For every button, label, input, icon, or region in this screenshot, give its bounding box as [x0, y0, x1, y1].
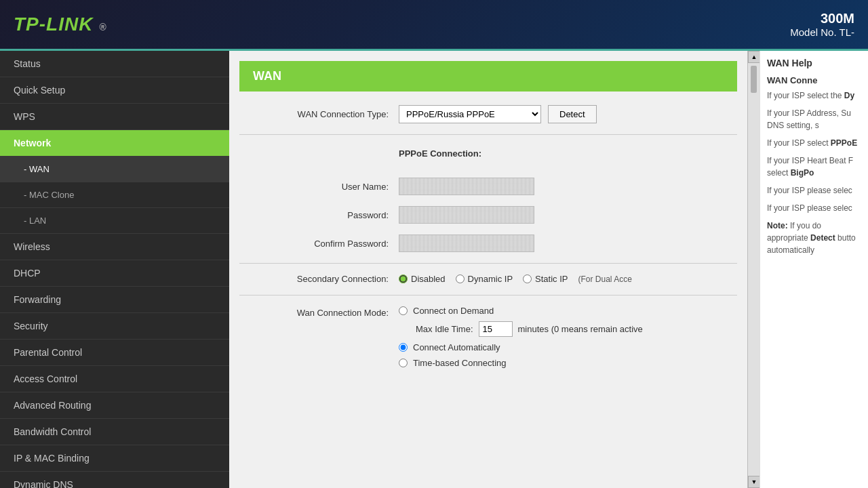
secondary-disabled-option[interactable]: Disabled — [399, 274, 446, 284]
sidebar-item-quick-setup[interactable]: Quick Setup — [0, 77, 229, 104]
sidebar-item-parental-control[interactable]: Parental Control — [0, 340, 229, 366]
help-paragraph-1: If your ISP select the Dy — [767, 89, 861, 102]
sidebar-item-security[interactable]: Security — [0, 313, 229, 340]
sidebar-item-network[interactable]: Network — [0, 130, 229, 157]
model-info: 300M Model No. TL- — [790, 11, 854, 38]
wan-connection-type-section: WAN Connection Type: PPPoE/Russia PPPoED… — [229, 105, 747, 123]
wan-connection-type-row: WAN Connection Type: PPPoE/Russia PPPoED… — [250, 105, 727, 123]
logo: TP-LINK ® — [14, 14, 107, 35]
divider-3 — [239, 295, 737, 296]
sidebar-item-wireless[interactable]: Wireless — [0, 234, 229, 260]
logo-text: TP-LINK — [14, 14, 93, 35]
sidebar-item-mac-clone[interactable]: - MAC Clone — [0, 182, 229, 208]
connect-automatically-label: Connect Automatically — [413, 342, 500, 352]
help-panel: WAN Help WAN Conne If your ISP select th… — [760, 51, 868, 488]
username-label: User Name: — [250, 182, 399, 192]
secondary-disabled-label: Disabled — [411, 274, 446, 284]
model-number: Model No. TL- — [790, 26, 854, 38]
content-area: WAN WAN Connection Type: PPPoE/Russia PP… — [229, 51, 747, 488]
help-paragraph-5: If your ISP please selec — [767, 184, 861, 197]
connect-automatically-radio[interactable] — [399, 343, 408, 352]
sidebar-item-dynamic-dns[interactable]: Dynamic DNS — [0, 472, 229, 488]
secondary-connection-options: Disabled Dynamic IP Static IP (For Dual … — [399, 274, 632, 284]
scroll-up-button[interactable]: ▲ — [748, 51, 760, 63]
scroll-thumb[interactable] — [751, 66, 757, 93]
password-row: Password: — [250, 206, 727, 224]
wan-connection-mode-row: Wan Connection Mode: Connect on Demand M… — [250, 306, 727, 368]
help-paragraph-4: If your ISP Heart Beat F select BigPo — [767, 155, 861, 179]
secondary-static-radio[interactable] — [523, 274, 532, 283]
secondary-static-option[interactable]: Static IP — [523, 274, 568, 284]
sidebar-item-lan[interactable]: - LAN — [0, 208, 229, 234]
secondary-connection-section: Secondary Connection: Disabled Dynamic I… — [229, 274, 747, 284]
help-subtitle: WAN Conne — [767, 75, 861, 85]
time-based-connecting-option[interactable]: Time-based Connecting — [399, 358, 643, 368]
connect-automatically-option[interactable]: Connect Automatically — [399, 342, 643, 352]
help-paragraph-6: If your ISP please selec — [767, 202, 861, 214]
max-idle-time-label: Max Idle Time: — [416, 324, 473, 334]
sidebar-item-wan[interactable]: - WAN — [0, 157, 229, 182]
max-idle-time-input[interactable] — [479, 321, 513, 337]
secondary-static-label: Static IP — [535, 274, 568, 284]
sidebar-item-advanced-routing[interactable]: Advanced Routing — [0, 392, 229, 419]
time-based-radio[interactable] — [399, 359, 408, 367]
wan-connection-mode-label: Wan Connection Mode: — [250, 306, 399, 318]
wan-connection-controls: PPPoE/Russia PPPoEDynamic IPStatic IPL2T… — [399, 105, 597, 123]
time-based-label: Time-based Connecting — [413, 358, 507, 368]
pppoe-section: PPPoE Connection: User Name: Password: C… — [229, 145, 747, 252]
pppoe-connection-header: PPPoE Connection: — [399, 148, 481, 159]
sidebar-item-wps[interactable]: WPS — [0, 104, 229, 130]
pppoe-header-row: PPPoE Connection: — [250, 145, 727, 167]
confirm-password-input[interactable] — [399, 235, 534, 252]
main-layout: StatusQuick SetupWPSNetwork- WAN- MAC Cl… — [0, 51, 868, 488]
wan-connection-type-select[interactable]: PPPoE/Russia PPPoEDynamic IPStatic IPL2T… — [399, 105, 541, 123]
page-title: WAN — [239, 61, 737, 92]
secondary-disabled-radio[interactable] — [399, 274, 408, 283]
connect-on-demand-radio[interactable] — [399, 306, 408, 315]
sidebar-item-access-control[interactable]: Access Control — [0, 366, 229, 392]
divider-2 — [239, 263, 737, 264]
model-speed: 300M — [790, 11, 854, 26]
scroll-down-button[interactable]: ▼ — [748, 476, 760, 488]
idle-time-row: Max Idle Time: minutes (0 means remain a… — [399, 321, 643, 337]
password-input[interactable] — [399, 206, 534, 224]
secondary-dynamic-radio[interactable] — [456, 274, 465, 283]
scrollbar[interactable]: ▲ ▼ — [747, 51, 760, 488]
secondary-connection-row: Secondary Connection: Disabled Dynamic I… — [250, 274, 727, 284]
max-idle-time-note: minutes (0 means remain active — [518, 324, 643, 334]
help-title: WAN Help — [767, 58, 861, 68]
sidebar-item-forwarding[interactable]: Forwarding — [0, 287, 229, 313]
secondary-dynamic-label: Dynamic IP — [468, 274, 513, 284]
secondary-dynamic-option[interactable]: Dynamic IP — [456, 274, 513, 284]
sidebar-item-status[interactable]: Status — [0, 51, 229, 77]
confirm-password-label: Confirm Password: — [250, 239, 399, 249]
connect-on-demand-option[interactable]: Connect on Demand — [399, 306, 643, 316]
username-row: User Name: — [250, 178, 727, 195]
help-paragraph-note: Note: If you do appropriate Detect butto… — [767, 220, 861, 256]
sidebar-item-ip-mac-binding[interactable]: IP & MAC Binding — [0, 445, 229, 472]
help-paragraph-3: If your ISP select PPPoE — [767, 137, 861, 149]
secondary-connection-label: Secondary Connection: — [250, 274, 399, 284]
divider-1 — [239, 134, 737, 135]
sidebar-item-dhcp[interactable]: DHCP — [0, 260, 229, 287]
wan-connection-type-label: WAN Connection Type: — [250, 109, 399, 119]
secondary-note: (For Dual Acce — [578, 274, 631, 284]
password-label: Password: — [250, 210, 399, 220]
wan-connection-mode-options: Connect on Demand Max Idle Time: minutes… — [399, 306, 643, 368]
sidebar-item-bandwidth-control[interactable]: Bandwidth Control — [0, 419, 229, 445]
help-paragraph-2: If your ISP Address, Su DNS setting, s — [767, 107, 861, 131]
header: TP-LINK ® 300M Model No. TL- — [0, 0, 868, 51]
connect-on-demand-label: Connect on Demand — [413, 306, 494, 316]
confirm-password-row: Confirm Password: — [250, 235, 727, 252]
wan-connection-mode-section: Wan Connection Mode: Connect on Demand M… — [229, 306, 747, 368]
sidebar: StatusQuick SetupWPSNetwork- WAN- MAC Cl… — [0, 51, 229, 488]
detect-button[interactable]: Detect — [548, 105, 597, 123]
content-wrapper: WAN WAN Connection Type: PPPoE/Russia PP… — [229, 51, 868, 488]
username-input[interactable] — [399, 178, 534, 195]
